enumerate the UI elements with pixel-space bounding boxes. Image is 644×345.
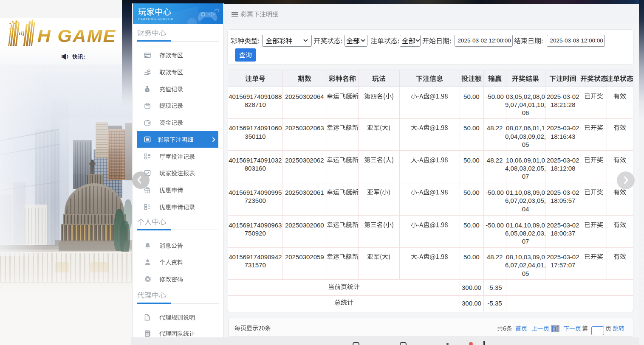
svg-text:H GAME: H GAME	[37, 25, 116, 46]
